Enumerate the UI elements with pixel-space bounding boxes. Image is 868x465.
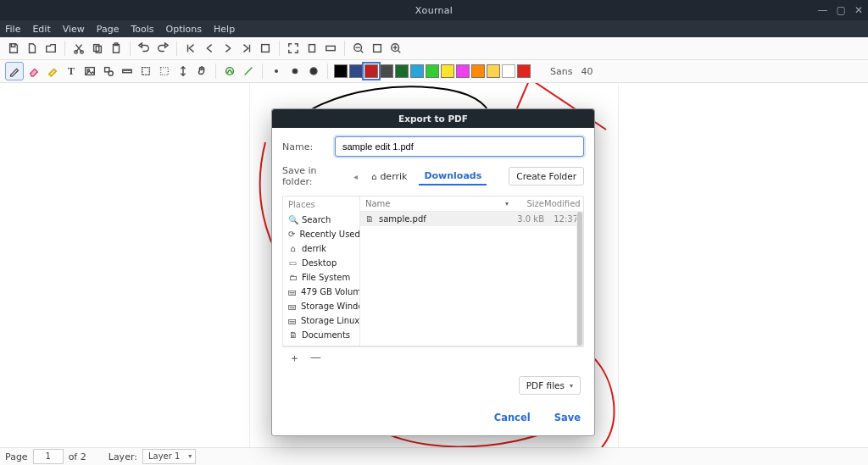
next-page-icon[interactable] (220, 40, 236, 57)
column-modified[interactable]: Modified (544, 199, 578, 208)
window-close-button[interactable]: ✕ (854, 4, 863, 16)
place-item[interactable]: ▭Desktop (283, 256, 359, 270)
color-swatch[interactable] (410, 64, 424, 78)
place-item[interactable]: 🖴479 GB Volume (283, 285, 359, 299)
zoom-out-icon[interactable] (350, 40, 367, 57)
place-item[interactable]: ⌂derrik (283, 241, 359, 256)
vertical-space-icon[interactable] (175, 63, 192, 80)
ruler-toggle-icon[interactable] (240, 63, 257, 80)
text-tool-icon[interactable]: T (63, 63, 80, 80)
window-maximize-button[interactable]: ▢ (837, 4, 846, 16)
color-swatch[interactable] (395, 64, 409, 78)
color-swatch[interactable] (364, 64, 378, 78)
medium-stroke-icon[interactable] (287, 63, 303, 80)
add-bookmark-button[interactable]: ＋ (289, 351, 300, 366)
thin-stroke-icon[interactable] (268, 63, 285, 80)
svg-point-21 (292, 69, 297, 73)
new-icon[interactable] (24, 40, 41, 57)
zoom-page-icon[interactable] (303, 40, 320, 57)
open-icon[interactable] (42, 40, 59, 57)
breadcrumb-current[interactable]: Downloads (419, 168, 487, 185)
color-swatch[interactable] (426, 64, 439, 78)
place-label: Recently Used (299, 230, 359, 239)
place-item[interactable]: 🗎Documents (283, 328, 359, 342)
undo-icon[interactable] (136, 40, 153, 57)
place-item[interactable]: ♫Music (283, 342, 359, 346)
window-minimize-button[interactable]: — (818, 4, 828, 16)
zoom-fit-icon[interactable] (257, 40, 274, 57)
menu-edit[interactable]: Edit (32, 24, 50, 35)
create-folder-button[interactable]: Create Folder (509, 167, 584, 185)
place-item[interactable]: 🖴Storage Windows (283, 299, 359, 313)
fullscreen-icon[interactable] (285, 40, 302, 57)
select-rect-icon[interactable] (137, 63, 154, 80)
file-scrollbar[interactable] (576, 212, 583, 346)
color-swatch[interactable] (349, 64, 363, 78)
menu-options[interactable]: Options (166, 24, 202, 35)
place-icon: 🖴 (288, 316, 297, 325)
page-label: Page (5, 451, 28, 462)
file-row[interactable]: 🗎sample.pdf3.0 kB12:37 (360, 212, 583, 226)
paste-icon[interactable] (108, 40, 125, 57)
save-button[interactable]: Save (554, 412, 581, 423)
select-region-icon[interactable] (156, 63, 173, 80)
color-swatch[interactable] (471, 64, 485, 78)
thick-stroke-icon[interactable] (305, 63, 322, 80)
color-swatch[interactable] (456, 64, 470, 78)
remove-bookmark-button[interactable]: — (310, 351, 321, 366)
zoom-normal-icon[interactable] (369, 40, 386, 57)
cancel-button[interactable]: Cancel (494, 412, 531, 423)
font-family-label[interactable]: Sans (550, 66, 572, 77)
ruler-icon[interactable] (119, 63, 136, 80)
place-label: Documents (302, 330, 350, 340)
color-swatch[interactable] (502, 64, 515, 78)
font-size-label[interactable]: 40 (581, 66, 593, 77)
image-tool-icon[interactable] (81, 63, 98, 80)
save-icon[interactable] (5, 40, 22, 57)
highlighter-tool-icon[interactable] (44, 63, 61, 80)
eraser-tool-icon[interactable] (25, 63, 42, 80)
menu-tools[interactable]: Tools (131, 24, 153, 35)
prev-page-icon[interactable] (201, 40, 218, 57)
menu-help[interactable]: Help (214, 24, 235, 35)
places-footer: ＋ — (282, 346, 584, 369)
place-icon: ⟳ (288, 230, 295, 239)
place-item[interactable]: 🔍Search (283, 213, 359, 227)
color-swatch[interactable] (487, 64, 500, 78)
menu-page[interactable]: Page (97, 24, 120, 35)
place-icon: 🔍 (288, 215, 298, 224)
layer-combo[interactable]: Layer 1 (142, 449, 196, 464)
color-swatch[interactable] (334, 64, 348, 78)
redo-icon[interactable] (154, 40, 171, 57)
color-swatch[interactable] (380, 64, 393, 78)
place-icon: 🗎 (288, 330, 298, 340)
breadcrumb-home[interactable]: ⌂ derrik (366, 169, 412, 185)
color-swatch[interactable] (517, 64, 531, 78)
column-size[interactable]: Size (509, 199, 544, 208)
zoom-width-icon[interactable] (322, 40, 339, 57)
shape-recognizer-icon[interactable] (221, 63, 238, 80)
layer-label: Layer: (108, 451, 137, 462)
place-item[interactable]: 🖴Storage Linux (283, 313, 359, 328)
last-page-icon[interactable] (238, 40, 255, 57)
cut-icon[interactable] (70, 40, 87, 57)
first-page-icon[interactable] (182, 40, 199, 57)
breadcrumb-back-icon[interactable]: ◂ (352, 172, 359, 181)
filename-input[interactable] (335, 136, 584, 157)
file-filter-combo[interactable]: PDF files (519, 376, 581, 395)
place-item[interactable]: ⟳Recently Used (283, 227, 359, 241)
place-icon: 🖴 (288, 287, 297, 296)
shapes-tool-icon[interactable] (100, 63, 117, 80)
place-item[interactable]: 🗀File System (283, 270, 359, 285)
pen-tool-icon[interactable] (5, 62, 24, 80)
menu-view[interactable]: View (63, 24, 85, 35)
file-icon: 🗎 (365, 214, 374, 224)
menu-file[interactable]: File (5, 24, 20, 35)
place-icon: ♫ (288, 345, 298, 346)
page-spinner[interactable]: 1 (33, 449, 64, 464)
color-swatch[interactable] (441, 64, 454, 78)
copy-icon[interactable] (89, 40, 106, 57)
column-name[interactable]: Name ▾ (365, 199, 509, 208)
hand-tool-icon[interactable] (193, 63, 210, 80)
zoom-in-icon[interactable] (387, 40, 404, 57)
